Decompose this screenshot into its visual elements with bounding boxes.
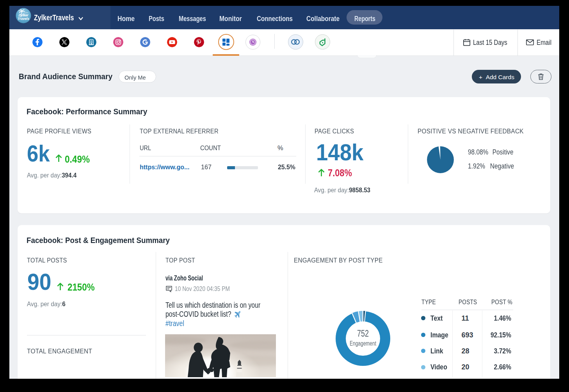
svg-text:Travels: Travels: [18, 17, 29, 21]
